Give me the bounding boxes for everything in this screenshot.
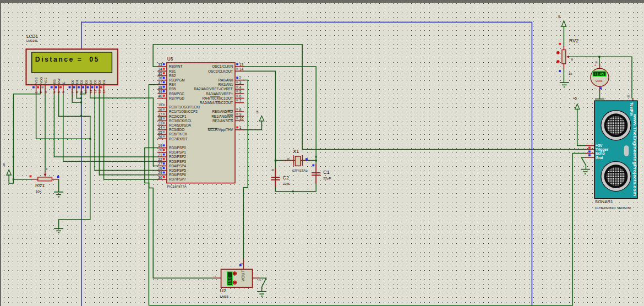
svg-text:D0: D0 [71, 80, 74, 84]
svg-text:RB7/PGD: RB7/PGD [169, 96, 184, 100]
svg-text:1k: 1k [569, 72, 572, 75]
svg-text:RC3/SCK/SCL: RC3/SCK/SCL [169, 119, 192, 123]
svg-text:10: 10 [84, 89, 88, 93]
svg-text:14: 14 [239, 67, 244, 71]
svg-text:28: 28 [158, 166, 162, 170]
svg-text:RB3/PGM: RB3/PGM [169, 78, 185, 82]
svg-text:RC5/SDO: RC5/SDO [169, 128, 184, 132]
svg-text:2: 2 [240, 263, 243, 264]
svg-text:13: 13 [98, 89, 101, 93]
svg-text:3: 3 [258, 279, 261, 281]
svg-text:OSC1/CLKIN: OSC1/CLKIN [212, 64, 233, 68]
svg-text:RB2: RB2 [169, 74, 176, 78]
svg-text:21: 21 [158, 153, 162, 157]
svg-text:VDD: VDD [40, 77, 43, 84]
svg-text:34: 34 [158, 67, 162, 71]
svg-text:2: 2 [239, 76, 242, 80]
svg-text:13: 13 [239, 63, 244, 67]
svg-text:22pF: 22pF [323, 176, 331, 180]
svg-text:D5: D5 [94, 80, 97, 84]
svg-text:RC2/CCP1: RC2/CCP1 [169, 114, 187, 118]
svg-text:SONAR1: SONAR1 [595, 199, 613, 204]
svg-text:24: 24 [158, 125, 162, 129]
svg-text:RE2/AN7/CS: RE2/AN7/CS [212, 119, 233, 123]
svg-text:RD7/PSP7: RD7/PSP7 [169, 177, 186, 181]
svg-text:25: 25 [158, 130, 162, 134]
svg-text:29: 29 [158, 171, 162, 174]
svg-text:RD1/PSP1: RD1/PSP1 [169, 150, 186, 154]
svg-text:37: 37 [158, 80, 162, 84]
svg-text:+5V: +5V [596, 144, 603, 147]
svg-text:30: 30 [158, 176, 162, 179]
svg-text:U6: U6 [167, 57, 173, 62]
svg-text:8: 8 [239, 108, 242, 112]
svg-text:Gnd: Gnd [596, 156, 603, 160]
svg-text:RC0/T1OSO/T1CKI: RC0/T1OSO/T1CKI [169, 105, 200, 109]
svg-text:7: 7 [239, 99, 242, 102]
svg-text:6: 6 [239, 94, 242, 98]
svg-text:RA4/T0CKI/C1OUT: RA4/T0CKI/C1OUT [202, 96, 233, 100]
svg-text:RW: RW [57, 78, 61, 84]
svg-text:RV2: RV2 [569, 38, 578, 43]
svg-text:15: 15 [158, 103, 162, 107]
svg-text:22: 22 [158, 157, 162, 161]
svg-text:RE1/AN6/WR: RE1/AN6/WR [211, 114, 233, 118]
svg-text:C1: C1 [323, 170, 330, 175]
svg-text:RA0/AN0: RA0/AN0 [219, 78, 233, 82]
svg-text:RB6/PGC: RB6/PGC [169, 92, 184, 96]
svg-text:5: 5 [3, 163, 6, 167]
svg-text:VEE: VEE [44, 77, 47, 84]
svg-text:RC4/SDI/SDA: RC4/SDI/SDA [169, 123, 192, 127]
svg-text:+1.45: +1.45 [594, 72, 604, 76]
svg-text:17: 17 [158, 112, 162, 116]
svg-text:Volts: Volts [596, 79, 603, 83]
svg-text:10: 10 [239, 117, 244, 121]
svg-text:D2: D2 [80, 80, 83, 84]
svg-text:+: + [594, 63, 597, 67]
svg-text:19: 19 [158, 144, 162, 147]
svg-text:RD6/PSP6: RD6/PSP6 [169, 173, 186, 177]
svg-text:PIC16F877A: PIC16F877A [167, 184, 187, 188]
svg-text:26: 26 [158, 135, 162, 139]
svg-text:RD3/PSP3: RD3/PSP3 [169, 160, 186, 163]
svg-text:11: 11 [89, 89, 92, 93]
svg-text:40: 40 [158, 94, 162, 98]
svg-text:1: 1 [239, 125, 242, 129]
svg-text:www.TheEngineeringProjects.com: www.TheEngineeringProjects.com [632, 113, 637, 196]
svg-text:27: 27 [158, 162, 162, 166]
svg-text:16: 16 [158, 108, 162, 112]
svg-text:5: 5 [256, 110, 259, 114]
svg-text:38: 38 [158, 85, 162, 89]
svg-text:3: 3 [239, 80, 242, 84]
svg-text:33: 33 [158, 63, 162, 67]
svg-text:VOUT: VOUT [241, 270, 245, 281]
svg-text:E: E [62, 81, 66, 84]
svg-text:35: 35 [158, 72, 162, 75]
svg-text:RD0/PSP0: RD0/PSP0 [169, 146, 186, 150]
svg-text:5: 5 [558, 15, 560, 19]
svg-text:18: 18 [158, 117, 162, 121]
svg-text:1: 1 [213, 275, 216, 277]
svg-text:RB5: RB5 [169, 87, 176, 91]
svg-text:RC6/TX/CK: RC6/TX/CK [169, 132, 188, 136]
svg-text:RC1/T1OSI/CCP2: RC1/T1OSI/CCP2 [169, 110, 198, 113]
svg-text:RA2/AN2/VREF-/CVREF: RA2/AN2/VREF-/CVREF [194, 87, 233, 91]
svg-text:36: 36 [158, 76, 162, 80]
svg-text:39: 39 [158, 90, 162, 94]
svg-text:9: 9 [239, 112, 242, 116]
svg-text:X1: X1 [293, 149, 299, 154]
svg-text:RB0/INT: RB0/INT [169, 64, 183, 68]
svg-text:C2: C2 [283, 175, 290, 181]
svg-text:U2: U2 [220, 288, 227, 293]
svg-text:RD5/PSP5: RD5/PSP5 [169, 168, 186, 172]
svg-text:Distance = 05: Distance = 05 [35, 56, 99, 63]
svg-text:D3: D3 [85, 80, 88, 84]
svg-text:Echo: Echo [596, 151, 605, 155]
svg-text:RS: RS [53, 79, 56, 84]
svg-text:RD4/PSP4: RD4/PSP4 [169, 164, 186, 168]
svg-text:VSS: VSS [35, 77, 38, 84]
svg-text:D7: D7 [102, 80, 106, 84]
svg-text:4: 4 [239, 85, 242, 89]
svg-text:-: - [594, 86, 596, 91]
svg-text:RB4: RB4 [169, 83, 176, 86]
